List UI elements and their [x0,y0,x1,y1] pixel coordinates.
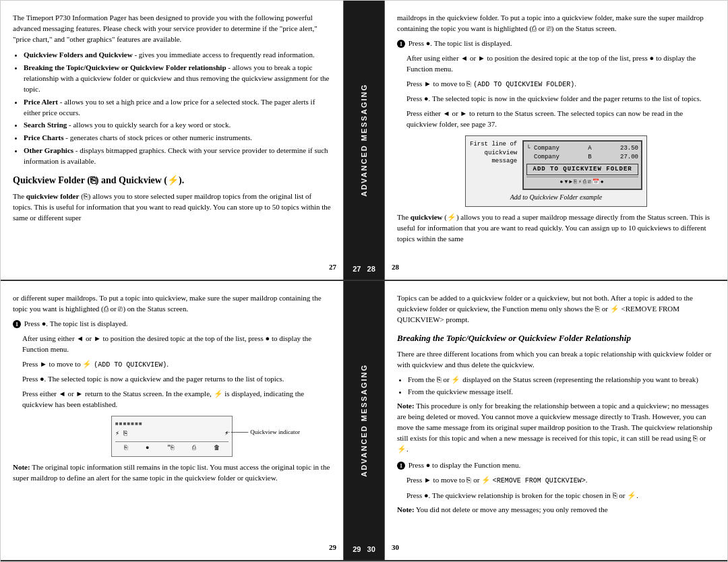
step30-1-circle: 1 [397,462,405,470]
addqv-folder-label: ADD TO QUICKVIEW FOLDER [526,164,638,175]
addqv-side-labels: First line ofquickviewmessage [470,140,517,190]
spine-29-30: ADVANCED MESSAGING 29 30 [344,281,384,560]
step28-1: 1 Press ●. The topic list is displayed. [397,38,715,49]
addqv-price2: 27.00 [620,153,638,162]
quickview-indicator-label: ←──── Quickview indicator [225,428,300,437]
page29-note: Note: The original topic information sti… [13,462,331,484]
page-29: or different super maildrops. To put a t… [1,281,344,560]
addqv-icon-bar: ●▼►⎘⚡⎙⎚📅● [526,177,638,186]
step30-3: Press ●. The quickview relationship is b… [406,491,715,501]
page28-after-image: The quickview (⚡) allows you to read a s… [397,212,715,245]
addqv-company2: Company [526,153,559,162]
qvi-dots: ■■■■■■■ [115,420,229,428]
addqv-caption: Add to Quickview Folder example [470,193,642,203]
feature-price-alert: Price Alert - allows you to set a high p… [24,97,331,119]
qvi-icon4: ⎙ [192,444,195,453]
addqv-screen: └ Company A 23.50 Company B 27.00 ADD TO… [523,141,642,189]
features-list: Quickview Folders and Quickview - gives … [24,50,331,167]
page28-intro: maildrops in the quickview folder. To pu… [397,13,715,34]
page-number-28: 28 [392,262,399,273]
addqv-folder-example: First line ofquickviewmessage └ Company … [465,135,647,207]
step30-2: Press ► to move to ⎘ or ⚡ <REMOVE FROM Q… [406,475,715,487]
addqv-a: A [588,144,591,153]
page-number-27: 27 [329,262,336,273]
qvi-icon1: ⎘ [124,444,127,453]
bottom-row: or different super maildrops. To put a t… [1,281,727,561]
addqv-labels: First line ofquickviewmessage └ Company … [470,140,642,190]
page-number-30: 30 [392,542,399,553]
addqv-row2: Company B 27.00 [526,153,638,162]
page-28: maildrops in the quickview folder. To pu… [384,1,727,280]
page-27: The Timeport P730 Information Pager has … [1,1,344,280]
step29-4: Press ●. The selected topic is now a qui… [22,374,331,385]
feature-search-string: Search String - allows you to quickly se… [24,120,331,131]
feature-quickview-folders: Quickview Folders and Quickview - gives … [24,50,331,61]
qvi-icons-row: ⚡ ⎘ [115,429,127,439]
page29-intro: or different super maildrops. To put a t… [13,293,331,315]
spine-27-28: ADVANCED MESSAGING 27 28 [344,1,384,280]
step29-1-circle: 1 [13,320,21,328]
quickview-intro: The quickview folder (⎘) allows you to s… [13,191,331,224]
breaking-list: From the ⎘ or ⚡ displayed on the Status … [408,375,715,398]
page-number-29: 29 [329,542,336,553]
step28-2: After using either ◄ or ► to position th… [406,53,715,75]
breaking-item1: From the ⎘ or ⚡ displayed on the Status … [408,375,715,385]
section-title-quickview: Quickview Folder (⎘) and Quickview (⚡). [13,174,331,187]
breaking-item2: From the quickview message itself. [408,387,715,398]
page30-note2: Note: You did not delete or move any mes… [397,505,715,516]
qvi-icon2: ● [146,444,149,453]
top-row: The Timeport P730 Information Pager has … [1,1,727,281]
step29-3: Press ► to move to ⚡ (ADD TO QUICKVIEW). [22,359,331,371]
spine-page-numbers-bottom: 29 30 [353,545,375,553]
feature-other-graphics: Other Graphics - displays bitmapped grap… [24,146,331,167]
step29-5: Press either ◄ or ► return to the Status… [22,389,331,410]
intro-paragraph: The Timeport P730 Information Pager has … [13,13,331,45]
step30-1: 1 Press ● to display the Function menu. [397,460,715,471]
addqv-price1: 23.50 [620,144,638,153]
step-1-circle: 1 [397,40,405,48]
qvi-icon5: 🗑 [214,444,220,453]
page30-note1: Note: This procedure is only for breakin… [397,401,715,455]
qvi-bottom-icons: ⎘ ● "⎘ ⎙ 🗑 [115,441,229,453]
quickview-indicator-box: ■■■■■■■ ⚡ ⎘ ⚡ ⎘ ● "⎘ ⎙ 🗑 [111,416,233,457]
addqv-company: └ Company [526,144,559,153]
arrow-left-indicator: ←──── [225,428,249,437]
feature-price-charts: Price Charts - generates charts of stock… [24,133,331,144]
section-title-breaking: Breaking the Topic/Quickview or Quickvie… [397,332,715,345]
addqv-row1: └ Company A 23.50 [526,144,638,153]
page-30: Topics can be added to a quickview folde… [384,281,727,560]
step29-2: After using either ◄ or ► to position th… [22,334,331,355]
step28-4: Press ●. The selected topic is now in th… [406,94,715,104]
step28-5: Press either ◄ or ► to return to the Sta… [406,108,715,130]
feature-breaking: Breaking the Topic/Quickview or Quickvie… [24,63,331,95]
breaking-intro: There are three different locations from… [397,349,715,371]
step28-3: Press ► to move to ⎘ (ADD TO QUICKVIEW F… [406,79,715,90]
addqv-b: B [588,153,591,162]
spine-page-numbers-top: 27 28 [353,265,375,273]
step29-1: 1 Press ●. The topic list is displayed. [13,319,331,330]
qvi-icon3: "⎘ [167,444,174,453]
quickview-indicator-container: ■■■■■■■ ⚡ ⎘ ⚡ ⎘ ● "⎘ ⎙ 🗑 ←──── Quickview… [98,416,246,457]
addqv-screen-area: └ Company A 23.50 Company B 27.00 ADD TO… [522,140,642,190]
spine-text-bottom: ADVANCED MESSAGING [360,364,368,477]
spine-text-top: ADVANCED MESSAGING [360,84,368,197]
indicator-label-text: Quickview indicator [250,428,300,437]
qvi-row1: ⚡ ⎘ ⚡ [115,429,229,439]
page30-intro: Topics can be added to a quickview folde… [397,293,715,325]
